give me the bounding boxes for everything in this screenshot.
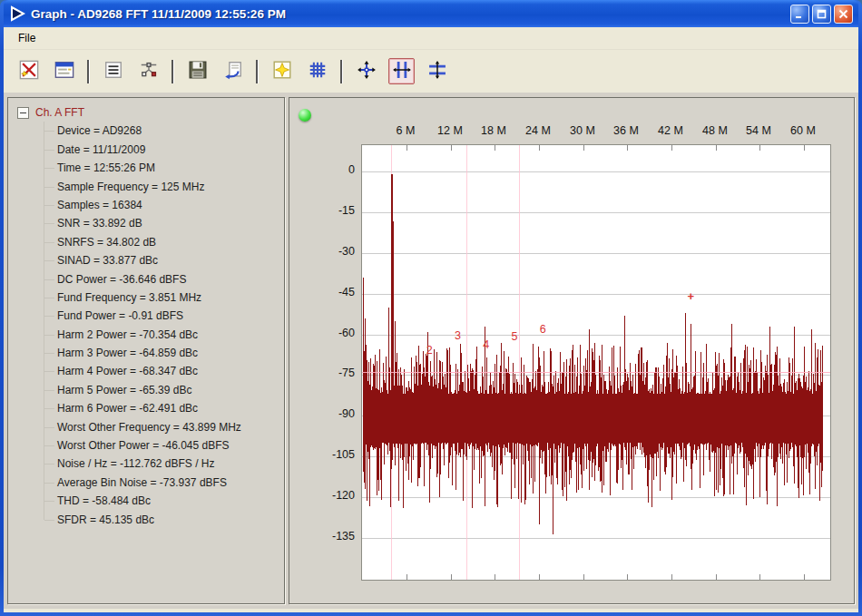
tree-item[interactable]: SINAD = 33.877 dBc bbox=[8, 251, 284, 269]
graph-wizard-icon bbox=[19, 60, 39, 83]
tree-item[interactable]: Noise / Hz = -112.762 dBFS / Hz bbox=[8, 455, 284, 473]
toolbar-separator bbox=[87, 60, 90, 83]
y-axis-tick-label: -15 bbox=[306, 204, 355, 217]
tree-item[interactable]: Worst Other Power = -46.045 dBFS bbox=[8, 436, 284, 455]
app-play-icon bbox=[9, 5, 25, 22]
tree-item[interactable]: Sample Frequency = 125 MHz bbox=[8, 178, 284, 196]
tree-children: Device = AD9268Date = 11/11/2009Time = 1… bbox=[8, 122, 284, 529]
form-view-button[interactable] bbox=[51, 58, 77, 84]
x-axis-tick-label: 48 M bbox=[697, 124, 733, 137]
y-axis-tick-label: -135 bbox=[306, 530, 355, 543]
x-axis-tick-label: 42 M bbox=[652, 124, 689, 137]
svg-text:+: + bbox=[688, 289, 695, 303]
maximize-button[interactable] bbox=[812, 5, 831, 24]
tree-item[interactable]: SFDR = 45.135 dBc bbox=[8, 511, 284, 529]
tree-item[interactable]: Harm 4 Power = -68.347 dBc bbox=[8, 362, 284, 380]
y-axis-tick-label: 0 bbox=[306, 163, 355, 176]
save-button[interactable] bbox=[184, 58, 211, 84]
tree-item[interactable]: Worst Other Frequency = 43.899 MHz bbox=[8, 418, 284, 436]
grid-icon bbox=[308, 60, 328, 83]
title-bar[interactable]: Graph - AD9268 FFT 11/11/2009 12:55:26 P… bbox=[4, 0, 858, 27]
x-axis-tick-label: 60 M bbox=[785, 124, 821, 137]
svg-text:5: 5 bbox=[512, 330, 518, 343]
x-axis-tick-label: 12 M bbox=[432, 124, 468, 137]
y-axis-tick-label: -120 bbox=[306, 489, 355, 502]
tree-item[interactable]: Fund Power = -0.91 dBFS bbox=[8, 307, 284, 325]
vertical-cursors-button[interactable] bbox=[388, 58, 415, 84]
star-icon bbox=[272, 60, 292, 83]
svg-text:4: 4 bbox=[483, 338, 489, 351]
tree-item[interactable]: THD = -58.484 dBc bbox=[8, 492, 284, 510]
v-cursors-icon bbox=[392, 60, 412, 83]
tree-root-row[interactable]: Ch. A FFT bbox=[8, 103, 284, 122]
split-panels: Ch. A FFTDevice = AD9268Date = 11/11/200… bbox=[4, 93, 858, 609]
status-led-icon bbox=[299, 109, 311, 122]
y-axis-tick-label: -105 bbox=[306, 448, 355, 461]
menu-file[interactable]: File bbox=[12, 30, 42, 46]
y-axis-tick-label: -75 bbox=[306, 367, 355, 379]
single-capture-button[interactable] bbox=[269, 58, 295, 84]
tree-panel: Ch. A FFTDevice = AD9268Date = 11/11/200… bbox=[7, 97, 285, 604]
tree-root-label: Ch. A FFT bbox=[35, 103, 84, 122]
x-axis-tick-label: 30 M bbox=[564, 124, 601, 137]
minimize-icon bbox=[795, 9, 805, 19]
horizontal-cursors-button[interactable] bbox=[424, 58, 450, 84]
tree-item[interactable]: DC Power = -36.646 dBFS bbox=[8, 270, 284, 288]
menu-bar: File bbox=[4, 27, 858, 50]
client-area: File Ch. A FFTDevice = AD9268Date = 11/1… bbox=[4, 27, 858, 612]
minimize-button[interactable] bbox=[790, 5, 809, 24]
svg-text:2: 2 bbox=[426, 344, 433, 357]
tree-item[interactable]: Harm 6 Power = -62.491 dBc bbox=[8, 399, 284, 417]
x-axis-tick-label: 24 M bbox=[520, 124, 556, 137]
grid-button[interactable] bbox=[304, 58, 330, 84]
list-view-icon bbox=[103, 60, 123, 83]
results-tree: Ch. A FFTDevice = AD9268Date = 11/11/200… bbox=[8, 98, 284, 529]
h-cursors-icon bbox=[427, 60, 447, 83]
pan-icon bbox=[357, 60, 377, 83]
screen: Graph - AD9268 FFT 11/11/2009 12:55:26 P… bbox=[0, 0, 862, 616]
tree-view-icon bbox=[139, 60, 159, 83]
graph-wizard-button[interactable] bbox=[15, 58, 42, 84]
toolbar bbox=[4, 50, 858, 93]
tree-item[interactable]: Time = 12:55:26 PM bbox=[8, 159, 284, 177]
export-icon bbox=[223, 60, 243, 83]
tree-item[interactable]: Harm 2 Power = -70.354 dBc bbox=[8, 326, 284, 344]
y-axis-tick-label: -30 bbox=[306, 245, 355, 258]
toolbar-separator bbox=[171, 60, 174, 83]
tree-view-button[interactable] bbox=[135, 58, 162, 84]
window-title: Graph - AD9268 FFT 11/11/2009 12:55:26 P… bbox=[31, 7, 790, 21]
tree-item[interactable]: SNRFS = 34.802 dB bbox=[8, 233, 284, 251]
toolbar-separator bbox=[256, 60, 259, 83]
x-axis-tick-label: 18 M bbox=[475, 124, 512, 137]
tree-item[interactable]: Samples = 16384 bbox=[8, 196, 284, 214]
tree-item[interactable]: Device = AD9268 bbox=[8, 122, 284, 140]
pan-button[interactable] bbox=[353, 58, 379, 84]
x-axis-tick-label: 6 M bbox=[387, 124, 424, 137]
toolbar-separator bbox=[340, 60, 343, 83]
y-axis-tick-label: -90 bbox=[306, 407, 355, 420]
tree-item[interactable]: Average Bin Noise = -73.937 dBFS bbox=[8, 474, 284, 492]
chart-panel: 6 M12 M18 M24 M30 M36 M42 M48 M54 M60 M0… bbox=[289, 97, 855, 604]
tree-item[interactable]: Harm 5 Power = -65.39 dBc bbox=[8, 381, 284, 399]
x-axis-tick-label: 36 M bbox=[608, 124, 644, 137]
export-button[interactable] bbox=[220, 58, 246, 84]
maximize-icon bbox=[817, 9, 827, 19]
app-window: Graph - AD9268 FFT 11/11/2009 12:55:26 P… bbox=[0, 0, 862, 616]
form-view-icon bbox=[54, 60, 74, 83]
list-view-button[interactable] bbox=[100, 58, 126, 84]
close-icon bbox=[838, 9, 848, 19]
x-axis-tick-label: 54 M bbox=[740, 124, 777, 137]
y-axis-tick-label: -60 bbox=[306, 327, 355, 339]
tree-item[interactable]: SNR = 33.892 dB bbox=[8, 214, 284, 232]
svg-text:6: 6 bbox=[540, 323, 546, 336]
tree-item[interactable]: Harm 3 Power = -64.859 dBc bbox=[8, 344, 284, 362]
close-button[interactable] bbox=[834, 5, 853, 24]
collapse-minus-icon[interactable] bbox=[17, 107, 29, 119]
fft-plot[interactable]: 23456+ bbox=[361, 144, 831, 581]
y-axis-tick-label: -45 bbox=[306, 286, 355, 298]
tree-item[interactable]: Fund Frequency = 3.851 MHz bbox=[8, 288, 284, 307]
svg-text:3: 3 bbox=[455, 329, 461, 342]
save-icon bbox=[188, 60, 208, 83]
tree-item[interactable]: Date = 11/11/2009 bbox=[8, 141, 284, 159]
